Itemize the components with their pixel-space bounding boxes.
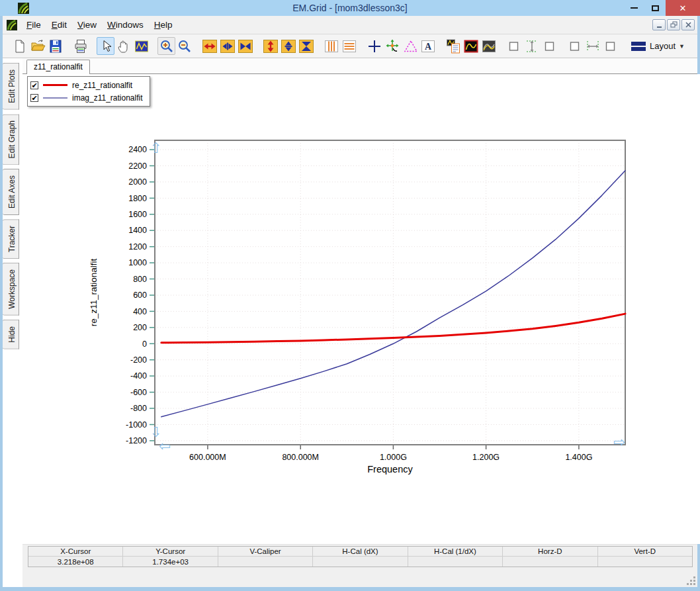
status-value-y-cursor: 1.734e+03 xyxy=(123,557,218,567)
box-left2-icon xyxy=(567,38,583,54)
tab-strip: z11_rationalfit xyxy=(22,58,697,74)
status-header-x-cursor: X-Cursor xyxy=(28,547,123,556)
sidebar-tab-tracker[interactable]: Tracker xyxy=(3,219,19,259)
select-cursor-icon xyxy=(98,38,114,54)
menu-file[interactable]: File xyxy=(21,18,46,32)
toolbar-tracker-crosshair-button[interactable] xyxy=(383,37,401,55)
box-right-icon xyxy=(542,38,558,54)
menu-windows[interactable]: Windows xyxy=(102,18,149,32)
text-annotation-icon: A xyxy=(420,38,436,54)
svg-text:400: 400 xyxy=(133,307,147,316)
svg-text:1200: 1200 xyxy=(128,242,147,251)
toolbar-open-file-button[interactable] xyxy=(28,37,46,55)
toolbar-zoom-window-button[interactable] xyxy=(132,37,150,55)
legend-box: ✔re_z11_rationalfit✔imag_z11_rationalfit xyxy=(27,76,150,107)
zoom-out-icon xyxy=(177,38,193,54)
menu-bar: FileEditViewWindowsHelp xyxy=(3,16,697,34)
toolbar-box-left-button[interactable] xyxy=(505,37,523,55)
toolbar-print-button[interactable] xyxy=(71,37,89,55)
zoom-window-icon xyxy=(134,38,150,54)
print-icon xyxy=(73,38,89,54)
toolbar-select-cursor-button[interactable] xyxy=(97,37,114,55)
legend-item: ✔re_z11_rationalfit xyxy=(30,79,143,91)
toolbar-expand-horizontal-button[interactable] xyxy=(218,37,236,55)
fit-vertical-icon xyxy=(263,38,279,54)
toolbar-zoom-out-button[interactable] xyxy=(175,37,193,55)
toolbar-text-annotation-button[interactable]: A xyxy=(419,37,437,55)
svg-text:1800: 1800 xyxy=(128,194,147,203)
axis-pan-right-icon[interactable]: ⇨ xyxy=(613,435,625,449)
sidebar-tab-edit-plots[interactable]: Edit Plots xyxy=(3,63,19,110)
toolbar-mirror-vertical-button[interactable] xyxy=(297,37,315,55)
title-bar: EM.Grid - [mom3dlesson3c] ✕ xyxy=(0,0,700,16)
vertical-spacing-icon xyxy=(524,38,540,54)
legend-checkbox[interactable]: ✔ xyxy=(30,81,38,89)
svg-text:0: 0 xyxy=(142,340,147,349)
fit-horizontal-icon xyxy=(202,38,218,54)
axis-pan-left-icon[interactable]: ⇦ xyxy=(159,439,171,453)
toolbar-box-right2-button[interactable] xyxy=(601,37,619,55)
status-header-v-caliper: V-Caliper xyxy=(218,547,313,556)
horizontal-spacing-icon xyxy=(585,38,601,54)
toolbar-multi-plot-button[interactable] xyxy=(480,37,498,55)
status-value-v-caliper xyxy=(218,557,313,567)
legend-line-swatch xyxy=(43,97,67,99)
toolbar-zoom-in-button[interactable] xyxy=(157,37,175,55)
status-value-x-cursor: 3.218e+08 xyxy=(28,557,123,567)
svg-text:-1200: -1200 xyxy=(126,436,147,445)
mdi-minimize-button[interactable] xyxy=(652,19,666,30)
toolbar-expand-vertical-button[interactable] xyxy=(279,37,297,55)
window-title: EM.Grid - [mom3dlesson3c] xyxy=(0,3,700,13)
plot-tab-z11_rationalfit[interactable]: z11_rationalfit xyxy=(26,60,90,74)
menu-view[interactable]: View xyxy=(72,18,102,32)
cursor-readout-table: X-CursorY-CursorV-CaliperH-Cal (dX)H-Cal… xyxy=(28,546,693,567)
layout-dropdown[interactable]: Layout▼ xyxy=(627,38,689,54)
toolbar-horizontal-gridlines-button[interactable] xyxy=(340,37,358,55)
tracker-crosshair-icon xyxy=(384,38,400,54)
toolbar-single-plot-button[interactable] xyxy=(462,37,480,55)
toolbar: ALayout▼ xyxy=(3,34,697,58)
status-header-h-cal-dx-: H-Cal (dX) xyxy=(313,547,408,556)
toolbar-caliper-triangle-button[interactable] xyxy=(401,37,419,55)
legend-checkbox[interactable]: ✔ xyxy=(30,94,38,102)
toolbar-horizontal-spacing-button[interactable] xyxy=(584,37,601,55)
document-logo-icon xyxy=(7,20,17,30)
toolbar-vertical-gridlines-button[interactable] xyxy=(322,37,340,55)
toolbar-mirror-horizontal-button[interactable] xyxy=(236,37,254,55)
status-value-h-cal-dx- xyxy=(313,557,408,567)
sidebar-tab-edit-graph[interactable]: Edit Graph xyxy=(3,114,19,165)
toolbar-new-document-button[interactable] xyxy=(11,37,28,55)
toolbar-box-right-button[interactable] xyxy=(541,37,558,55)
mdi-close-button[interactable] xyxy=(681,19,695,30)
toolbar-box-left2-button[interactable] xyxy=(566,37,584,55)
toolbar-crosshair-button[interactable] xyxy=(365,37,383,55)
crosshair-icon xyxy=(367,38,382,54)
mirror-horizontal-icon xyxy=(238,38,253,54)
expand-vertical-icon xyxy=(281,38,296,54)
axis-pan-down-icon[interactable]: ⇩ xyxy=(150,425,162,439)
toolbar-vertical-spacing-button[interactable] xyxy=(523,37,541,55)
resize-grip-icon[interactable] xyxy=(687,577,695,585)
box-right2-icon xyxy=(603,38,619,54)
sidebar-tab-hide[interactable]: Hide xyxy=(3,320,19,349)
svg-text:-800: -800 xyxy=(130,404,147,413)
plot-area: ✔re_z11_rationalfit✔imag_z11_rationalfit… xyxy=(22,74,697,544)
toolbar-pan-hand-button[interactable] xyxy=(114,37,132,55)
sidebar-tab-edit-axes[interactable]: Edit Axes xyxy=(3,169,19,215)
expand-horizontal-icon xyxy=(220,38,236,54)
chart-canvas[interactable]: 2400220020001800160014001200100080060040… xyxy=(22,74,700,544)
legend-item: ✔imag_z11_rationalfit xyxy=(30,91,143,104)
svg-text:2000: 2000 xyxy=(128,177,147,187)
menu-help[interactable]: Help xyxy=(149,18,178,32)
toolbar-plot-properties-button[interactable] xyxy=(444,37,462,55)
layout-icon xyxy=(631,40,646,53)
svg-text:200: 200 xyxy=(133,323,147,332)
axis-pan-up-icon[interactable]: ⇧ xyxy=(150,141,162,155)
sidebar-tab-workspace[interactable]: Workspace xyxy=(3,263,19,316)
menu-edit[interactable]: Edit xyxy=(46,18,72,32)
toolbar-fit-horizontal-button[interactable] xyxy=(200,37,218,55)
toolbar-save-file-button[interactable] xyxy=(46,37,64,55)
toolbar-fit-vertical-button[interactable] xyxy=(261,37,279,55)
mdi-restore-button[interactable] xyxy=(667,19,680,30)
save-file-icon xyxy=(48,38,64,54)
